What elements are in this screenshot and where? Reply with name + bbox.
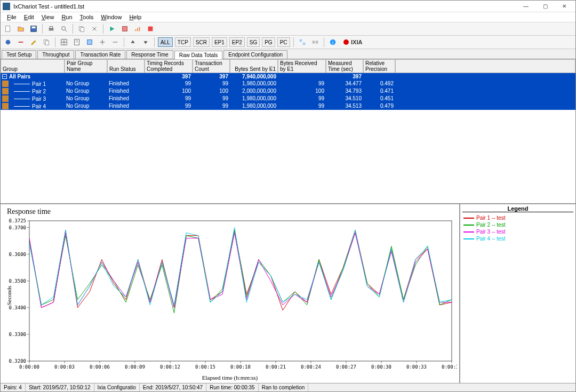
- status-start: Start: 2019/5/27, 10:50:12: [26, 383, 94, 391]
- col-recv[interactable]: Bytes Received by E1: [278, 59, 326, 73]
- menu-run[interactable]: Run: [58, 13, 75, 21]
- grid-row[interactable]: Pair 3No GroupFinished99991,980,000,0009…: [1, 95, 575, 102]
- sort-desc-icon[interactable]: [140, 37, 151, 47]
- filter-tcp[interactable]: TCP: [175, 37, 191, 47]
- toolbar-file: [1, 22, 575, 36]
- maximize-button[interactable]: ▢: [536, 2, 554, 11]
- run-icon[interactable]: [107, 23, 117, 34]
- tab-response-time[interactable]: Response Time: [126, 50, 173, 59]
- grid-row[interactable]: Pair 1No GroupFinished99991,980,000,0009…: [1, 80, 575, 87]
- svg-text:0.3700: 0.3700: [9, 225, 26, 230]
- grid-icon[interactable]: [59, 37, 69, 47]
- filter-pg[interactable]: PG: [262, 37, 275, 47]
- svg-text:0.3400: 0.3400: [9, 305, 26, 310]
- lower-split: Response time Seconds 0.32000.33000.3400…: [1, 204, 575, 383]
- svg-rect-20: [45, 41, 49, 45]
- filter-scr[interactable]: SCR: [193, 37, 210, 47]
- close-button[interactable]: ✕: [555, 2, 573, 11]
- col-group[interactable]: Group: [1, 59, 65, 73]
- menu-edit[interactable]: Edit: [21, 13, 37, 21]
- filter-sg[interactable]: SG: [247, 37, 260, 47]
- tab-endpoint-configuration[interactable]: Endpoint Configuration: [223, 50, 287, 59]
- svg-rect-15: [139, 27, 140, 31]
- report-icon[interactable]: [71, 37, 82, 47]
- menu-help[interactable]: Help: [126, 13, 145, 21]
- summary-icon[interactable]: [84, 37, 95, 47]
- legend-pane: Legend Pair 1 -- testPair 2 -- testPair …: [460, 204, 575, 383]
- status-pairs: Pairs: 4: [1, 383, 26, 391]
- copy-icon[interactable]: [76, 23, 87, 34]
- preview-icon[interactable]: [59, 23, 69, 34]
- grid-total-row[interactable]: − All Pairs3973977,940,000,000397: [1, 73, 575, 80]
- save-icon[interactable]: [28, 23, 39, 34]
- stop-icon[interactable]: [145, 23, 156, 34]
- svg-text:0.3300: 0.3300: [9, 332, 26, 337]
- svg-text:0.3200: 0.3200: [9, 358, 26, 364]
- svg-marker-11: [110, 27, 115, 31]
- col-timing[interactable]: Timing Records Completed: [145, 59, 193, 73]
- x-axis-label: Elapsed time (h:mm:ss): [3, 373, 457, 382]
- pair-copy-icon[interactable]: [41, 37, 52, 47]
- cut-icon[interactable]: [89, 23, 100, 34]
- svg-rect-27: [87, 40, 92, 45]
- legend-item[interactable]: Pair 4 -- test: [463, 235, 572, 242]
- svg-text:0:00:33: 0:00:33: [406, 364, 427, 370]
- svg-text:0:00:27: 0:00:27: [336, 364, 356, 370]
- menu-view[interactable]: View: [38, 13, 58, 21]
- ungroup-icon[interactable]: [297, 37, 308, 47]
- svg-text:0:00:09: 0:00:09: [125, 364, 145, 370]
- col-sent[interactable]: Bytes Sent by E1: [230, 59, 278, 73]
- menu-tools[interactable]: Tools: [77, 13, 97, 21]
- col-status[interactable]: Run Status: [107, 59, 145, 73]
- svg-text:0:00:30: 0:00:30: [371, 364, 391, 370]
- status-end: End: 2019/5/27, 10:50:47: [140, 383, 206, 391]
- svg-text:0:00:18: 0:00:18: [230, 364, 251, 370]
- filter-ep2[interactable]: EP2: [229, 37, 245, 47]
- export-icon[interactable]: [119, 23, 130, 34]
- grid-row[interactable]: Pair 2No GroupFinished1001002,000,000,00…: [1, 87, 575, 95]
- legend-item[interactable]: Pair 3 -- test: [463, 228, 572, 235]
- tab-transaction-rate[interactable]: Transaction Rate: [75, 50, 125, 59]
- minimize-button[interactable]: —: [517, 2, 535, 11]
- sort-asc-icon[interactable]: [127, 37, 138, 47]
- grid-row[interactable]: Pair 4No GroupFinished99991,980,000,0009…: [1, 102, 575, 110]
- chart-icon[interactable]: [132, 23, 143, 34]
- legend-item[interactable]: Pair 1 -- test: [463, 214, 572, 221]
- tab-throughput[interactable]: Throughput: [37, 50, 74, 59]
- menu-file[interactable]: File: [4, 13, 20, 21]
- status-config: Ixia Configuratio: [94, 383, 140, 391]
- pair-add-icon[interactable]: [3, 37, 13, 47]
- col-pair-group[interactable]: Pair Group Name: [65, 59, 107, 73]
- svg-marker-32: [144, 41, 148, 44]
- collapse-icon[interactable]: [110, 37, 121, 47]
- filter-all[interactable]: ALL: [158, 37, 173, 47]
- pair-del-icon[interactable]: [15, 37, 26, 47]
- col-trans[interactable]: Transaction Count: [193, 59, 230, 73]
- col-meas[interactable]: Measured Time (sec): [326, 59, 363, 73]
- tab-raw-data-totals[interactable]: Raw Data Totals: [174, 51, 223, 59]
- expand-icon[interactable]: [97, 37, 108, 47]
- legend-items: Pair 1 -- testPair 2 -- testPair 3 -- te…: [460, 213, 575, 243]
- statusbar: Pairs: 4 Start: 2019/5/27, 10:50:12 Ixia…: [1, 383, 575, 391]
- app-icon: [3, 3, 10, 10]
- open-icon[interactable]: [15, 23, 26, 34]
- menu-window[interactable]: Window: [98, 13, 125, 21]
- svg-line-6: [65, 30, 67, 32]
- col-spacer: [395, 59, 575, 73]
- svg-rect-4: [50, 27, 52, 29]
- grid-header: Group Pair Group Name Run Status Timing …: [1, 59, 575, 73]
- svg-marker-31: [131, 41, 135, 43]
- endpoints-icon[interactable]: [310, 37, 321, 47]
- new-icon[interactable]: [3, 23, 13, 34]
- svg-text:i: i: [332, 40, 333, 45]
- help-icon[interactable]: i: [327, 37, 338, 47]
- col-prec[interactable]: Relative Precision: [363, 59, 395, 73]
- print-icon[interactable]: [46, 23, 57, 34]
- svg-text:0:00:06: 0:00:06: [90, 364, 110, 370]
- pair-edit-icon[interactable]: [28, 37, 39, 47]
- tab-test-setup[interactable]: Test Setup: [2, 50, 36, 59]
- filter-pc[interactable]: PC: [277, 37, 290, 47]
- legend-item[interactable]: Pair 2 -- test: [463, 221, 572, 228]
- filter-ep1[interactable]: EP1: [212, 37, 227, 47]
- svg-rect-16: [148, 27, 153, 31]
